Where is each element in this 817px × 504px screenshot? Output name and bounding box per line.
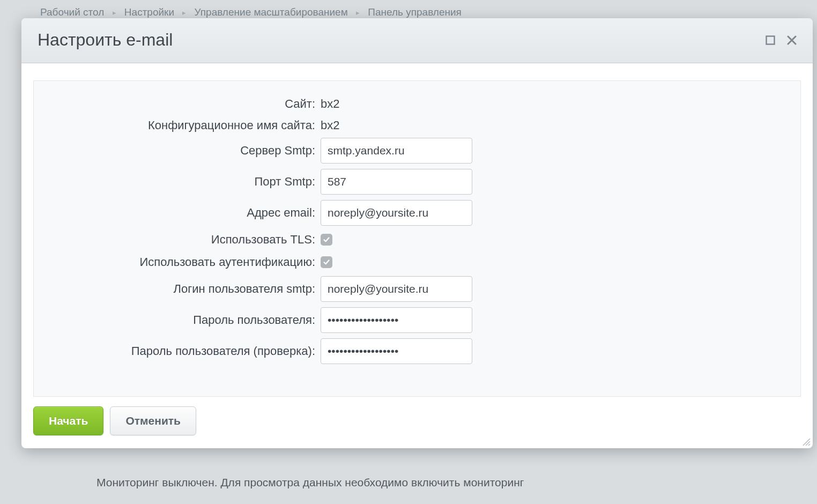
label-smtp-login: Логин пользователя smtp:: [50, 282, 321, 296]
row-smtp-login: Логин пользователя smtp:: [50, 276, 784, 302]
label-password-confirm: Пароль пользователя (проверка):: [50, 344, 321, 358]
start-button[interactable]: Начать: [33, 406, 103, 435]
svg-rect-0: [767, 36, 775, 44]
email-address-input[interactable]: [321, 200, 472, 226]
row-config-name: Конфигурационное имя сайта: bx2: [50, 116, 784, 135]
row-use-tls: Использовать TLS:: [50, 231, 784, 248]
breadcrumb-item-1[interactable]: Настройки: [124, 6, 174, 18]
use-auth-checkbox[interactable]: [321, 256, 332, 268]
use-tls-checkbox[interactable]: [321, 234, 332, 246]
row-password-confirm: Пароль пользователя (проверка):: [50, 338, 784, 364]
chevron-right-icon: ▸: [356, 9, 360, 17]
smtp-port-input[interactable]: [321, 169, 472, 195]
smtp-login-input[interactable]: [321, 276, 472, 302]
row-use-auth: Использовать аутентификацию:: [50, 254, 784, 271]
value-site: bx2: [321, 97, 339, 111]
modal-body: Сайт: bx2 Конфигурационное имя сайта: bx…: [21, 63, 813, 406]
password-input[interactable]: [321, 307, 472, 333]
row-password: Пароль пользователя:: [50, 307, 784, 333]
modal-footer: Начать Отменить: [21, 406, 813, 448]
label-password: Пароль пользователя:: [50, 313, 321, 327]
row-smtp-server: Сервер Smtp:: [50, 138, 784, 164]
email-settings-modal: Настроить e-mail Сайт: bx2 Конфигурацион…: [21, 18, 813, 448]
monitoring-disabled-text: Мониторинг выключен. Для просмотра данны…: [96, 476, 524, 489]
row-site: Сайт: bx2: [50, 95, 784, 113]
row-smtp-port: Порт Smtp:: [50, 169, 784, 195]
chevron-right-icon: ▸: [113, 9, 116, 17]
label-smtp-server: Сервер Smtp:: [50, 144, 321, 158]
label-site: Сайт:: [50, 97, 321, 111]
close-icon[interactable]: [787, 35, 797, 45]
modal-header: Настроить e-mail: [21, 18, 813, 63]
password-confirm-input[interactable]: [321, 338, 472, 364]
resize-handle-icon[interactable]: [801, 436, 811, 446]
label-use-auth: Использовать аутентификацию:: [50, 255, 321, 269]
value-config-name: bx2: [321, 118, 339, 132]
label-email-address: Адрес email:: [50, 206, 321, 220]
row-email-address: Адрес email:: [50, 200, 784, 226]
smtp-server-input[interactable]: [321, 138, 472, 164]
email-form-panel: Сайт: bx2 Конфигурационное имя сайта: bx…: [33, 80, 801, 397]
chevron-right-icon: ▸: [182, 9, 186, 17]
modal-title: Настроить e-mail: [38, 30, 173, 50]
cancel-button[interactable]: Отменить: [110, 406, 196, 435]
maximize-icon[interactable]: [766, 35, 775, 45]
label-use-tls: Использовать TLS:: [50, 233, 321, 247]
breadcrumb-item-0[interactable]: Рабочий стол: [40, 6, 104, 18]
modal-window-controls: [766, 35, 797, 45]
breadcrumb-item-2[interactable]: Управление масштабированием: [195, 6, 348, 18]
label-config-name: Конфигурационное имя сайта:: [50, 118, 321, 132]
breadcrumb-item-3[interactable]: Панель управления: [368, 6, 462, 18]
label-smtp-port: Порт Smtp:: [50, 175, 321, 189]
